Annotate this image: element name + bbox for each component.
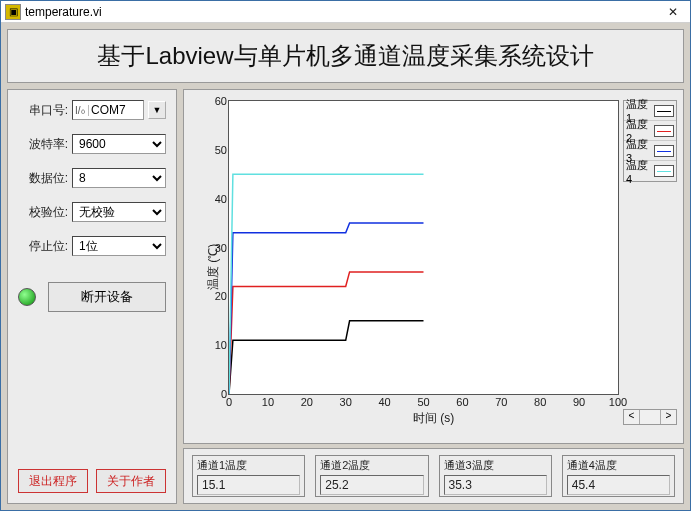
status-led-icon [18, 288, 36, 306]
chart-plot [229, 101, 618, 394]
readout-label: 通道3温度 [444, 458, 547, 473]
right-column: 温度 (℃) 010203040506001020304050607080901… [183, 89, 684, 504]
parity-label: 校验位: [18, 204, 68, 221]
readout-label: 通道1温度 [197, 458, 300, 473]
scroll-left-icon[interactable]: < [624, 410, 640, 424]
io-icon: I/₀ [75, 105, 89, 116]
x-tick: 70 [495, 396, 507, 408]
legend-swatch-icon [654, 105, 674, 117]
exit-button[interactable]: 退出程序 [18, 469, 88, 493]
chart-panel: 温度 (℃) 010203040506001020304050607080901… [183, 89, 684, 444]
about-button[interactable]: 关于作者 [96, 469, 166, 493]
baud-select[interactable]: 9600 [72, 134, 166, 154]
window-title: temperature.vi [25, 5, 660, 19]
y-tick: 50 [215, 144, 227, 156]
readout-panel: 通道1温度15.1通道2温度25.2通道3温度35.3通道4温度45.4 [183, 448, 684, 504]
x-tick: 40 [378, 396, 390, 408]
readout-label: 通道2温度 [320, 458, 423, 473]
row-port: 串口号: I/₀ COM7 ▼ [18, 100, 166, 120]
row-parity: 校验位: 无校验 [18, 202, 166, 222]
legend: 温度1温度2温度3温度4 [623, 100, 677, 182]
x-axis-label: 时间 (s) [184, 410, 683, 427]
x-tick: 60 [456, 396, 468, 408]
config-panel: 串口号: I/₀ COM7 ▼ 波特率: 9600 数据位: [7, 89, 177, 504]
x-tick: 100 [609, 396, 627, 408]
x-tick: 90 [573, 396, 585, 408]
connection-row: 断开设备 [18, 282, 166, 312]
baud-label: 波特率: [18, 136, 68, 153]
bottom-buttons: 退出程序 关于作者 [18, 469, 166, 493]
x-tick: 0 [226, 396, 232, 408]
readout-label: 通道4温度 [567, 458, 670, 473]
x-tick: 80 [534, 396, 546, 408]
scroll-right-icon[interactable]: > [660, 410, 676, 424]
stopbits-select[interactable]: 1位 [72, 236, 166, 256]
readout-value: 45.4 [567, 475, 670, 495]
titlebar: ▣ temperature.vi ✕ [1, 1, 690, 23]
legend-swatch-icon [654, 145, 674, 157]
databits-select[interactable]: 8 [72, 168, 166, 188]
port-label: 串口号: [18, 102, 68, 119]
row-databits: 数据位: 8 [18, 168, 166, 188]
port-combo[interactable]: I/₀ COM7 [72, 100, 144, 120]
y-tick: 10 [215, 339, 227, 351]
y-tick: 40 [215, 193, 227, 205]
readout: 通道3温度35.3 [439, 455, 552, 497]
y-tick: 60 [215, 95, 227, 107]
data-label: 数据位: [18, 170, 68, 187]
port-value: COM7 [91, 103, 126, 117]
disconnect-button[interactable]: 断开设备 [48, 282, 166, 312]
close-icon[interactable]: ✕ [660, 3, 686, 21]
x-tick: 20 [301, 396, 313, 408]
parity-select[interactable]: 无校验 [72, 202, 166, 222]
x-tick: 30 [340, 396, 352, 408]
readout-value: 35.3 [444, 475, 547, 495]
readout: 通道1温度15.1 [192, 455, 305, 497]
app-icon: ▣ [5, 4, 21, 20]
stop-label: 停止位: [18, 238, 68, 255]
chart-area: 01020304050600102030405060708090100 [228, 100, 619, 395]
legend-item[interactable]: 温度4 [624, 161, 676, 181]
readout-value: 15.1 [197, 475, 300, 495]
x-tick: 50 [417, 396, 429, 408]
readout: 通道4温度45.4 [562, 455, 675, 497]
y-tick: 30 [215, 242, 227, 254]
x-tick: 10 [262, 396, 274, 408]
row-baud: 波特率: 9600 [18, 134, 166, 154]
legend-label: 温度4 [626, 158, 654, 185]
legend-swatch-icon [654, 125, 674, 137]
legend-swatch-icon [654, 165, 674, 177]
row-stopbits: 停止位: 1位 [18, 236, 166, 256]
port-dropdown-icon[interactable]: ▼ [148, 101, 166, 119]
readout: 通道2温度25.2 [315, 455, 428, 497]
content: 基于Labview与单片机多通道温度采集系统设计 串口号: I/₀ COM7 ▼… [1, 23, 690, 510]
page-title: 基于Labview与单片机多通道温度采集系统设计 [7, 29, 684, 83]
readout-value: 25.2 [320, 475, 423, 495]
main-row: 串口号: I/₀ COM7 ▼ 波特率: 9600 数据位: [7, 89, 684, 504]
chart-scrollbar[interactable]: < > [623, 409, 677, 425]
y-tick: 20 [215, 290, 227, 302]
app-window: ▣ temperature.vi ✕ 基于Labview与单片机多通道温度采集系… [0, 0, 691, 511]
